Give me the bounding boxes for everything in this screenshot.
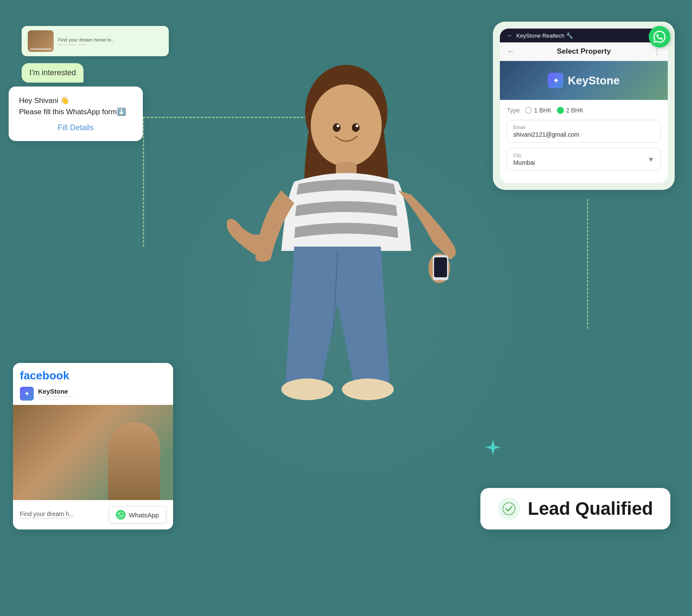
message-dots xyxy=(58,44,163,45)
email-value: shivani2121@gmail.com xyxy=(513,131,654,138)
greeting-line2: Please fill this WhatsApp form⬇️ xyxy=(19,108,126,116)
whatsapp-phone-badge xyxy=(649,26,670,48)
sparkle-decoration xyxy=(484,439,502,456)
property-banner-logo: ✦ KeyStone xyxy=(548,73,620,88)
fb-footer-lines xyxy=(20,517,72,519)
phone-nav-title: Select Property xyxy=(557,47,611,56)
fill-details-card: Hey Shivani 👋 Please fill this WhatsApp … xyxy=(9,87,143,141)
city-dropdown-icon: ▼ xyxy=(647,156,654,164)
type-2bhk-option[interactable]: 2 BHK xyxy=(557,107,583,114)
city-value: Mumbai xyxy=(513,159,535,166)
facebook-logo: facebook xyxy=(20,369,69,382)
connector-horizontal xyxy=(143,117,307,118)
message-thumbnail-image xyxy=(28,30,54,52)
fb-brand-info: KeyStone xyxy=(38,388,73,400)
email-label: Email xyxy=(513,125,654,130)
whatsapp-chat-card: Find your dream home to.. I'm interested xyxy=(22,26,169,83)
fb-ad-image xyxy=(13,405,173,500)
property-banner: ✦ KeyStone xyxy=(500,61,668,100)
interested-message-bubble: I'm interested xyxy=(22,63,84,83)
city-field-content: City Mumbai xyxy=(513,153,535,166)
message-preview-text: Find your dream home to.. xyxy=(58,37,163,42)
phone-contact-name: KeyStone Realtech 🔧 xyxy=(516,32,573,39)
nav-back-icon[interactable]: ← xyxy=(507,47,515,56)
city-form-field[interactable]: City Mumbai ▼ xyxy=(507,148,661,171)
1bhk-radio xyxy=(525,107,532,114)
lead-check-circle xyxy=(498,497,520,520)
phone-status-left: ← KeyStone Realtech 🔧 xyxy=(507,32,573,39)
interested-text: I'm interested xyxy=(29,68,76,77)
fb-ad-person xyxy=(108,422,160,500)
fb-brand-name: KeyStone xyxy=(38,388,73,395)
phone-status-bar: ← KeyStone Realtech 🔧 ⋮ xyxy=(500,29,668,42)
type-label: Type xyxy=(507,107,520,114)
lead-qualified-badge: Lead Qualified xyxy=(480,488,670,529)
svg-point-0 xyxy=(503,503,515,515)
type-selection-row: Type 1 BHK 2 BHK xyxy=(507,107,661,114)
2bhk-radio xyxy=(557,107,564,114)
property-name: KeyStone xyxy=(568,74,620,87)
2bhk-label: 2 BHK xyxy=(566,107,583,114)
connector-vertical-left xyxy=(143,117,144,247)
fb-footer-text: Find your dream h... xyxy=(20,510,74,517)
greeting-text: Hey Shivani 👋 Please fill this WhatsApp … xyxy=(19,95,132,117)
message-text-area: Find your dream home to.. xyxy=(58,37,163,45)
select-property-phone-card: ← KeyStone Realtech 🔧 ⋮ ← Select Propert… xyxy=(493,22,675,190)
back-icon: ← xyxy=(507,32,513,39)
keystone-brand-icon: ✦ xyxy=(20,387,34,401)
fill-details-link[interactable]: Fill Details xyxy=(19,123,132,132)
message-preview-bubble: Find your dream home to.. xyxy=(22,26,169,56)
1bhk-label: 1 BHK xyxy=(534,107,551,114)
fb-brand-row: ✦ KeyStone xyxy=(13,387,173,405)
whatsapp-btn-label: WhatsApp xyxy=(129,511,159,519)
nav-more-icon[interactable]: ⋮ xyxy=(653,47,661,56)
property-form: Type 1 BHK 2 BHK Email shivani2121@gmail… xyxy=(500,100,668,183)
phone-inner-content: ← KeyStone Realtech 🔧 ⋮ ← Select Propert… xyxy=(500,29,668,183)
lead-qualified-text: Lead Qualified xyxy=(528,498,653,519)
email-form-field[interactable]: Email shivani2121@gmail.com xyxy=(507,120,661,143)
facebook-ad-card: facebook ✦ KeyStone Find your dream h...… xyxy=(13,363,173,529)
connector-vertical-right xyxy=(587,199,588,329)
type-1bhk-option[interactable]: 1 BHK xyxy=(525,107,551,114)
fb-brand-lines xyxy=(38,396,73,400)
greeting-line1: Hey Shivani 👋 xyxy=(19,96,69,105)
fb-footer-left: Find your dream h... xyxy=(20,510,74,519)
city-label: City xyxy=(513,153,535,158)
phone-nav-bar: ← Select Property ⋮ xyxy=(500,42,668,61)
fb-header: facebook xyxy=(13,363,173,387)
check-icon xyxy=(502,502,515,515)
fb-footer: Find your dream h... WhatsApp xyxy=(13,500,173,529)
whatsapp-cta-button[interactable]: WhatsApp xyxy=(109,506,166,523)
keystone-icon: ✦ xyxy=(548,73,563,88)
whatsapp-icon xyxy=(116,510,126,520)
